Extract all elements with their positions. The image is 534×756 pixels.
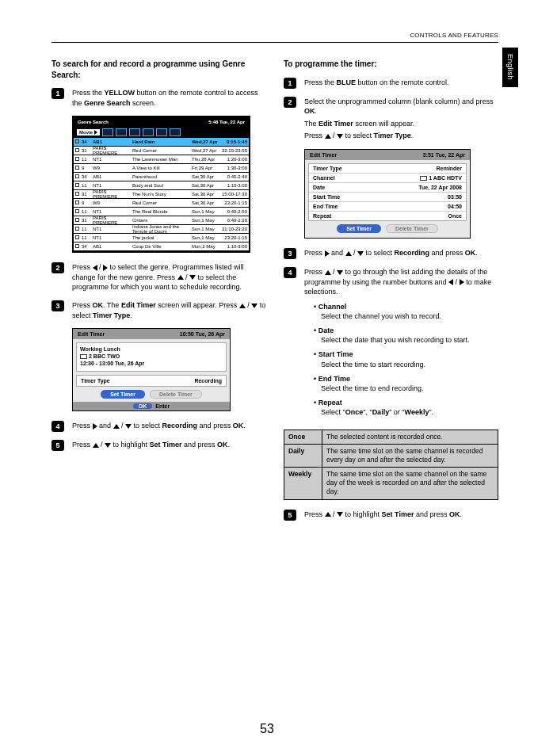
bullet-item: DateSelect the date that you wish record… — [314, 326, 498, 345]
text: OK — [233, 422, 244, 430]
genre-search-screenshot: Genre Search 5:48 Tue, 22 Apr Movie 34AB… — [72, 116, 250, 253]
set-timer-button: Set Timer — [101, 390, 145, 399]
text: . — [227, 441, 230, 449]
gs-category-bar: Movie — [74, 127, 249, 138]
text: Recording — [162, 422, 198, 430]
yellow-button-label: YELLOW — [105, 89, 135, 97]
text: OK — [304, 107, 315, 115]
down-arrow-icon — [125, 424, 132, 429]
text: Press — [72, 422, 93, 430]
right-step-1: 1 Press the BLUE button on the remote co… — [284, 78, 498, 89]
up-arrow-icon — [325, 270, 331, 275]
et2-row: End Time04:50 — [309, 202, 466, 212]
page-number: 53 — [0, 722, 534, 736]
table-row: WeeklyThe same time slot on the same cha… — [284, 468, 498, 499]
et-tt-value: Recording — [194, 378, 222, 384]
set-timer-button: Set Timer — [337, 224, 381, 233]
text: and press — [429, 249, 465, 257]
et2-row: DateTue, 22 Apr 2008 — [309, 183, 466, 193]
text: and press — [181, 441, 217, 449]
delete-timer-button: Delete Timer — [150, 390, 202, 399]
bullet-item: End TimeSelect the time to end recording… — [314, 374, 498, 393]
gs-row: 31PARIS PREMIERERed CornerWed,27 Apr22:1… — [74, 147, 249, 155]
text: Edit Timer — [318, 120, 353, 128]
right-step-2: 2 Select the unprogrammed column (blank … — [284, 97, 498, 141]
text: Timer Type — [93, 311, 130, 319]
down-arrow-icon — [357, 251, 364, 256]
text: . — [475, 249, 478, 257]
text: Edit Timer — [121, 301, 156, 309]
down-arrow-icon — [337, 512, 343, 517]
text: . — [460, 510, 462, 518]
text: OK — [93, 301, 104, 309]
gs-row: 34AB1Coup De VilleMon,2 May1:10-3:00 — [74, 242, 249, 251]
delete-timer-button: Delete Timer — [386, 224, 438, 233]
text: Genre Search — [84, 99, 131, 107]
left-step-4: 4 Press and / to select Recording and pr… — [51, 421, 266, 432]
et-prog: Working Lunch — [80, 346, 223, 352]
down-arrow-icon — [337, 134, 343, 139]
step-number-icon: 1 — [284, 78, 296, 89]
step-number-icon: 1 — [51, 88, 64, 99]
tv-icon — [80, 354, 87, 359]
text: Press — [72, 441, 93, 449]
text: Press — [304, 510, 325, 518]
et-title: Edit Timer — [78, 331, 105, 337]
step-number-icon: 3 — [284, 248, 296, 259]
et2-row: Channel1 ABC HDTV — [309, 174, 466, 183]
et2-time: 3:51 Tue, 22 Apr — [423, 152, 465, 158]
gs-row: 11NT1Indiana Jones and the Temple of Doo… — [74, 225, 249, 234]
gs-row: 11NT1The jackalSun,1 May23:20-1:15 — [74, 234, 249, 242]
gs-row: 11NT1The Lawnmower ManThu,28 Apr1:20-3:0… — [74, 155, 249, 164]
text: Select the unprogrammed column (blank co… — [304, 97, 494, 105]
text: Set Timer — [382, 510, 414, 518]
gs-time: 5:48 Tue, 22 Apr — [208, 120, 245, 124]
text: Timer Type — [374, 132, 411, 139]
text: button on the remote control. — [356, 78, 449, 86]
text: Set Timer — [150, 441, 182, 449]
edit-timer-screenshot-right: Edit Timer3:51 Tue, 22 Apr Timer TypeRem… — [304, 149, 471, 239]
gs-cat-icon — [116, 128, 127, 136]
up-arrow-icon — [325, 512, 331, 517]
text: OK — [465, 249, 476, 257]
text: and — [97, 422, 113, 430]
text: . — [243, 422, 246, 430]
up-arrow-icon — [113, 424, 120, 429]
text: . — [315, 107, 318, 115]
gs-cat-icon — [156, 128, 167, 136]
ok-pill: OK — [133, 403, 153, 409]
language-tab: English — [502, 48, 518, 87]
et-tt-label: Timer Type — [81, 378, 110, 384]
right-step-5: 5 Press / to highlight Set Timer and pre… — [284, 510, 498, 521]
text: and press — [197, 422, 233, 430]
et2-row: RepeatOnce — [309, 212, 466, 220]
text: screen. — [131, 99, 156, 107]
right-step-3: 3 Press and / to select Recording and pr… — [284, 248, 498, 259]
left-arrow-icon — [93, 265, 97, 271]
up-arrow-icon — [325, 134, 331, 139]
text: Press — [304, 268, 325, 276]
left-step-5: 5 Press / to highlight Set Timer and pre… — [51, 440, 266, 451]
gs-cat-icon — [129, 128, 140, 136]
text: Press the — [72, 89, 105, 97]
text: to select — [364, 249, 395, 257]
text: OK — [217, 441, 228, 449]
text: Press — [72, 301, 93, 309]
right-heading: To programme the timer: — [284, 59, 498, 70]
et-time: 10:50 Tue, 26 Apr — [180, 331, 225, 337]
step-number-icon: 2 — [284, 97, 296, 108]
left-step-3: 3 Press OK. The Edit Timer screen will a… — [51, 300, 266, 320]
step-number-icon: 4 — [51, 421, 64, 432]
text: OK — [449, 510, 460, 518]
text: . — [411, 132, 414, 139]
left-step-2: 2 Press / to select the genre. Programme… — [51, 262, 266, 292]
text: Recording — [395, 249, 430, 257]
text: Press — [72, 263, 93, 271]
text: . — [130, 311, 132, 319]
text: and — [330, 249, 345, 257]
gs-cat-icon — [143, 128, 154, 136]
up-arrow-icon — [239, 304, 246, 308]
et-slot: 12:30 - 13:00 Tue, 26 Apr — [80, 361, 223, 366]
gs-movie-tab: Movie — [77, 129, 100, 136]
down-arrow-icon — [105, 443, 111, 448]
